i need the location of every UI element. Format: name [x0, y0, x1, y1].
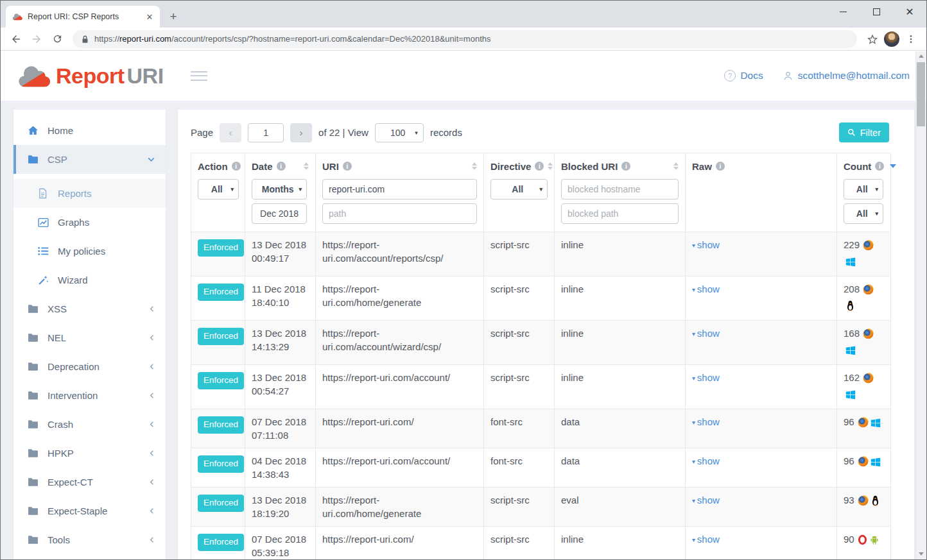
info-icon[interactable]: i [621, 162, 630, 171]
url-bar[interactable]: https://report-uri.com/account/reports/c… [73, 30, 857, 48]
filter-action-select[interactable]: All▾ [198, 179, 239, 199]
browser-tab[interactable]: Report URI: CSP Reports ✕ [6, 6, 160, 28]
sidebar-item-deprecation[interactable]: Deprecation [13, 352, 166, 381]
window-close-button[interactable]: ✕ [893, 1, 926, 22]
wand-icon [38, 275, 49, 285]
filter-uri-input-2[interactable] [322, 203, 477, 224]
hamburger-menu-icon[interactable] [188, 69, 210, 83]
windows-icon [871, 457, 881, 470]
info-icon[interactable]: i [535, 162, 544, 171]
time-value: 05:39:18 [252, 546, 309, 559]
prev-page-button[interactable]: ‹ [220, 123, 241, 142]
sort-arrows-icon[interactable] [472, 162, 477, 170]
sort-arrows-icon[interactable] [673, 162, 679, 170]
filter-directive-select[interactable]: All▾ [490, 179, 548, 199]
filter-uri-input-1[interactable] [322, 179, 477, 199]
sidebar-item-xss[interactable]: XSS [13, 294, 166, 323]
show-link[interactable]: show [697, 328, 720, 339]
sidebar-item-intervention[interactable]: Intervention [13, 381, 166, 410]
select-caret-icon: ▾ [539, 186, 542, 192]
docs-link[interactable]: ? Docs [724, 70, 763, 81]
sidebar-item-home[interactable]: Home [13, 116, 166, 145]
scrollbar-down-arrow-icon[interactable] [916, 549, 926, 559]
column-label: Count [844, 161, 871, 172]
window-maximize-button[interactable] [860, 1, 893, 22]
account-link[interactable]: scotthelme@hotmail.com [783, 70, 910, 81]
new-tab-button[interactable]: + [165, 8, 182, 25]
show-link[interactable]: show [697, 239, 720, 250]
sidebar-item-setup[interactable]: Setup [13, 554, 166, 560]
sidebar-item-tools[interactable]: Tools [13, 525, 166, 554]
count-value: 229 [844, 239, 860, 250]
browser-menu-icon[interactable] [902, 30, 920, 48]
sidebar-item-label: Reports [58, 188, 92, 199]
filter-date-select-1[interactable]: Months▾ [252, 179, 307, 199]
report-uri-logo[interactable]: ReportURI [17, 64, 164, 89]
back-button[interactable] [7, 30, 25, 48]
cell-directive: script-src [484, 365, 555, 409]
filter-count-select-2[interactable]: All▾ [844, 203, 883, 224]
action-badge: Enforced [198, 328, 244, 345]
page-number-input[interactable] [248, 123, 284, 142]
cell-count: 168 [837, 321, 891, 365]
firefox-icon [863, 284, 874, 298]
show-link[interactable]: show [697, 455, 720, 466]
window-minimize-button[interactable] [826, 1, 860, 22]
records-per-page-select[interactable]: 100 ▾ [375, 123, 424, 142]
show-caret-icon: ▾ [692, 375, 697, 382]
sidebar-item-reports[interactable]: Reports [13, 179, 166, 208]
sort-arrows-icon[interactable] [548, 162, 553, 170]
cell-count: 90 [837, 527, 891, 560]
sidebar-item-hpkp[interactable]: HPKP [13, 439, 166, 468]
next-page-button[interactable]: › [290, 123, 312, 142]
show-link[interactable]: show [697, 372, 720, 383]
show-link[interactable]: show [697, 284, 720, 294]
scrollbar-thumb[interactable] [917, 62, 925, 126]
folder-gray-icon [28, 535, 39, 545]
bookmark-star-icon[interactable] [863, 30, 881, 48]
filter-date-input-2[interactable] [252, 203, 307, 224]
sidebar-item-wizard[interactable]: Wizard [13, 266, 166, 294]
info-icon[interactable]: i [875, 162, 884, 171]
info-icon[interactable]: i [343, 162, 352, 171]
browser-profile-avatar[interactable] [884, 31, 899, 47]
reload-button[interactable] [48, 30, 66, 48]
sidebar-item-expect-staple[interactable]: Expect-Staple [13, 496, 166, 525]
filter-blocked-input-1[interactable] [561, 179, 679, 199]
scrollbar-up-arrow-icon[interactable] [916, 51, 926, 61]
sidebar-item-expect-ct[interactable]: Expect-CT [13, 468, 166, 496]
sidebar-item-label: Expect-Staple [48, 505, 107, 516]
folder-icon [28, 155, 39, 164]
android-icon [869, 534, 879, 548]
tab-close-icon[interactable]: ✕ [144, 12, 155, 22]
count-value: 93 [844, 495, 854, 505]
date-value: 04 Dec 2018 [252, 454, 309, 468]
sort-arrows-icon[interactable] [304, 162, 309, 170]
page-scrollbar[interactable] [915, 51, 926, 559]
filter-blocked-input-2[interactable] [561, 203, 679, 224]
chevron-left-icon [148, 420, 155, 428]
show-link[interactable]: show [697, 534, 720, 545]
sidebar-item-nel[interactable]: NEL [13, 323, 166, 352]
sidebar-item-graphs[interactable]: Graphs [13, 208, 166, 237]
count-value: 168 [844, 328, 860, 339]
cell-count: 229 [837, 232, 891, 276]
sidebar-item-crash[interactable]: Crash [13, 410, 166, 439]
sidebar-item-my-policies[interactable]: My policies [13, 237, 166, 266]
info-icon[interactable]: i [232, 162, 241, 171]
firefox-icon [858, 495, 869, 509]
filter-button[interactable]: Filter [839, 123, 889, 142]
browser-window: Report URI: CSP Reports ✕ + ✕ https://re… [0, 0, 927, 560]
table-row: Enforced07 Dec 201807:11:08https://repor… [191, 409, 891, 448]
info-icon[interactable]: i [277, 162, 286, 171]
filter-count-select-1[interactable]: All▾ [844, 179, 883, 199]
cell-count: 96 [837, 409, 891, 448]
sort-descending-icon[interactable] [890, 164, 896, 168]
sidebar-item-label: My policies [58, 246, 105, 257]
sidebar-item-csp[interactable]: CSP [13, 145, 166, 174]
forward-button[interactable] [28, 30, 46, 48]
show-link[interactable]: show [697, 416, 720, 427]
show-link[interactable]: show [697, 495, 720, 505]
info-icon[interactable]: i [716, 162, 725, 171]
cell-blocked-uri: inline [555, 365, 686, 409]
